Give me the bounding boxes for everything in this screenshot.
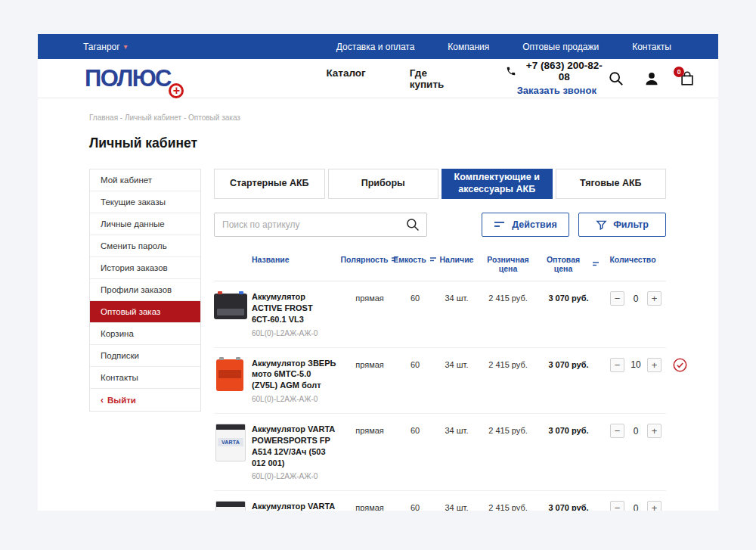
product-image[interactable] — [214, 291, 252, 319]
product-name[interactable]: Аккумулятор ЗВЕРЬ мото 6МТС-5.0 (ZV5L) A… — [252, 358, 338, 392]
page: Главная - Личный кабинет - Оптовый заказ… — [38, 98, 718, 511]
stock-value: 34 шт. — [435, 424, 479, 435]
plus-button[interactable]: + — [647, 424, 662, 438]
sidebar-item-order-profiles[interactable]: Профили заказов — [90, 279, 200, 301]
topnav-wholesale[interactable]: Оптовые продажи — [522, 42, 599, 52]
quantity-value[interactable]: 10 — [630, 359, 642, 370]
retail-price-value: 2 415 руб. — [479, 501, 538, 511]
account-icon[interactable] — [643, 70, 660, 87]
tab-starter-batteries[interactable]: Стартерные АКБ — [214, 169, 325, 199]
callback-link[interactable]: Заказать звонок — [517, 85, 596, 96]
col-capacity-label: Емкость — [393, 255, 426, 264]
product-image[interactable] — [214, 358, 252, 391]
site: Таганрог ▾ Доставка и оплата Компания Оп… — [38, 34, 718, 511]
minus-button[interactable]: − — [610, 291, 624, 306]
table-row: VARTA Аккумулятор VARTA POWERSPORTS FP A… — [214, 491, 666, 511]
minus-button[interactable]: − — [610, 501, 624, 511]
filter-button[interactable]: Фильтр — [578, 213, 666, 237]
logo[interactable]: ПОЛЮС + — [85, 65, 197, 92]
product-name[interactable]: Аккумулятор ACTIVE FROST 6СТ-60.1 VL3 — [252, 291, 338, 325]
topnav-contacts[interactable]: Контакты — [632, 42, 671, 52]
capacity-value: 60 — [395, 501, 435, 511]
sidebar-item-order-history[interactable]: История заказов — [90, 257, 200, 279]
table-row: VARTA Аккумулятор VARTA POWERSPORTS FP A… — [214, 414, 666, 491]
sidebar-item-my-cabinet[interactable]: Мой кабинет — [90, 169, 200, 191]
minus-button[interactable]: − — [610, 358, 624, 372]
logo-text: ПОЛЮС — [85, 65, 171, 92]
sidebar-item-cart[interactable]: Корзина — [90, 323, 200, 345]
plus-button[interactable]: + — [647, 501, 662, 511]
confirm-check-icon[interactable] — [673, 358, 687, 372]
nav-where-to-buy[interactable]: Где купить — [410, 67, 464, 90]
content: Стартерные АКБ Приборы Комплектующие и а… — [214, 169, 666, 511]
city-label: Таганрог — [83, 42, 120, 52]
phone-icon — [506, 66, 516, 76]
sidebar-item-subscriptions[interactable]: Подписки — [90, 345, 200, 367]
phone-block: +7 (863) 200-82-08 Заказать звонок — [506, 60, 608, 97]
col-wholesale-label: Оптовая цена — [538, 255, 589, 273]
product-name[interactable]: Аккумулятор VARTA POWERSPORTS FP A514 12… — [252, 501, 338, 511]
topnav-company[interactable]: Компания — [448, 42, 489, 52]
col-retail-price: Розничная цена — [479, 255, 538, 273]
products-table: Название Полярность Емкость — [214, 255, 666, 511]
tab-devices[interactable]: Приборы — [328, 169, 439, 199]
sort-icon[interactable] — [592, 260, 600, 268]
search-icon[interactable] — [608, 70, 624, 87]
col-wholesale-price: Оптовая цена — [538, 255, 600, 273]
product-image[interactable]: VARTA — [214, 424, 252, 461]
filter-button-label: Фильтр — [613, 219, 649, 230]
cart-icon[interactable]: 0 — [679, 70, 696, 87]
plus-button[interactable]: + — [647, 358, 662, 372]
main-nav: Каталог Где купить — [326, 67, 463, 90]
quantity-stepper: − 0 + — [600, 501, 666, 511]
header: ПОЛЮС + Каталог Где купить +7 (863) 200-… — [38, 59, 718, 98]
capacity-value: 60 — [395, 358, 435, 369]
quantity-stepper: − 0 + — [600, 291, 666, 306]
breadcrumb[interactable]: Главная - Личный кабинет - Оптовый заказ — [89, 113, 666, 122]
plus-button[interactable]: + — [647, 291, 662, 306]
search-icon[interactable] — [405, 217, 420, 235]
sidebar-item-personal-data[interactable]: Личные данные — [90, 213, 200, 235]
col-polarity: Полярность — [344, 255, 395, 264]
header-icons: 0 — [608, 70, 696, 87]
nav-catalog[interactable]: Каталог — [326, 67, 365, 90]
topnav-delivery[interactable]: Доставка и оплата — [336, 42, 415, 52]
table-row: Аккумулятор ЗВЕРЬ мото 6МТС-5.0 (ZV5L) A… — [214, 348, 666, 415]
logout-link[interactable]: ‹ Выйти — [90, 389, 200, 411]
search-input[interactable] — [214, 213, 427, 237]
sidebar-item-change-password[interactable]: Сменить пароль — [90, 235, 200, 257]
table-row: Аккумулятор ACTIVE FROST 6СТ-60.1 VL3 60… — [214, 281, 666, 348]
quantity-value[interactable]: 0 — [630, 503, 642, 511]
actions-button[interactable]: Действия — [482, 213, 569, 237]
product-article: 60L(0)-L2АЖ-АЖ-0 — [252, 329, 338, 337]
table-header: Название Полярность Емкость — [214, 255, 666, 281]
chevron-down-icon: ▾ — [124, 43, 128, 51]
col-quantity: Количество — [600, 255, 666, 264]
product-image-brand: VARTA — [218, 438, 243, 446]
polarity-value: прямая — [344, 358, 395, 369]
sidebar-item-current-orders[interactable]: Текущие заказы — [90, 191, 200, 213]
chevron-left-icon: ‹ — [101, 395, 104, 406]
tab-traction-batteries[interactable]: Тяговые АКБ — [556, 169, 667, 199]
col-capacity: Емкость — [395, 255, 435, 264]
minus-button[interactable]: − — [610, 424, 624, 438]
sidebar-item-wholesale-order[interactable]: Оптовый заказ — [90, 301, 200, 323]
sidebar-item-contacts[interactable]: Контакты — [90, 367, 200, 389]
col-polarity-label: Полярность — [341, 255, 389, 264]
quantity-value[interactable]: 0 — [630, 426, 642, 437]
sidebar: Мой кабинет Текущие заказы Личные данные… — [89, 169, 201, 412]
product-image[interactable]: VARTA — [214, 501, 252, 511]
tab-components-accessories[interactable]: Комплектующие и аксессуары АКБ — [442, 169, 553, 199]
logout-label: Выйти — [107, 396, 136, 405]
retail-price-value: 2 415 руб. — [479, 291, 538, 303]
quantity-value[interactable]: 0 — [630, 294, 642, 304]
category-tabs: Стартерные АКБ Приборы Комплектующие и а… — [214, 169, 666, 199]
quantity-stepper: − 10 + — [600, 358, 687, 372]
retail-price-value: 2 415 руб. — [479, 358, 538, 369]
quantity-stepper: − 0 + — [600, 424, 666, 438]
city-selector[interactable]: Таганрог ▾ — [83, 42, 128, 52]
product-name[interactable]: Аккумулятор VARTA POWERSPORTS FP A514 12… — [252, 424, 338, 468]
phone-number-text: +7 (863) 200-82-08 — [521, 60, 608, 82]
sort-lines-icon — [494, 219, 506, 230]
page-title: Личный кабинет — [89, 135, 666, 151]
